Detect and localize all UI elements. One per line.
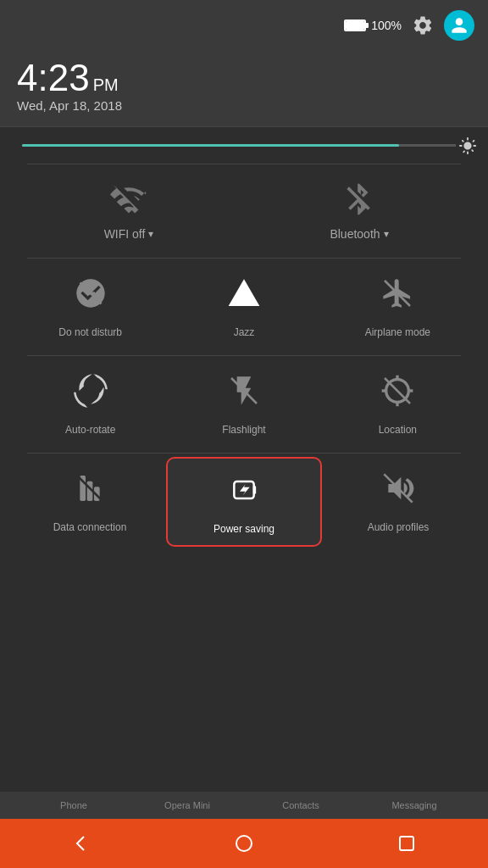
autorotate-icon — [74, 374, 108, 408]
app-bar-phone: Phone — [17, 800, 130, 810]
time-display: 4:23PM — [17, 59, 471, 97]
airplane-icon-area — [376, 272, 419, 314]
data-toggle[interactable]: Data connection — [14, 457, 166, 547]
dnd-label: Do not disturb — [58, 326, 122, 338]
avatar-icon — [448, 14, 470, 36]
jazz-toggle[interactable]: Jazz — [167, 262, 320, 348]
dnd-icon-area — [69, 272, 112, 314]
location-off-icon — [380, 374, 414, 408]
data-connection-icon — [73, 471, 107, 505]
wifi-label-row: WIFI off ▾ — [104, 227, 154, 241]
back-button[interactable] — [64, 826, 98, 860]
app-bar-messaging: Messaging — [358, 800, 471, 810]
app-bar: Phone Opera Mini Contacts Messaging — [0, 792, 488, 819]
wifi-chevron-icon: ▾ — [148, 228, 153, 240]
signal-icon — [227, 276, 261, 310]
settings-gear-button[interactable] — [412, 14, 434, 36]
brightness-thumb — [456, 134, 480, 158]
bt-chevron-icon: ▾ — [384, 228, 389, 240]
divider-1 — [27, 164, 461, 164]
location-icon-area — [376, 370, 419, 412]
recents-button[interactable] — [390, 826, 424, 860]
battery-fill — [346, 21, 364, 30]
bluetooth-off-icon — [341, 181, 378, 218]
power-saving-label: Power saving — [214, 523, 274, 535]
data-label: Data connection — [53, 521, 127, 533]
flashlight-off-icon — [227, 374, 261, 408]
battery-icon — [344, 19, 366, 31]
autorotate-icon-area — [69, 370, 112, 412]
jazz-icon-area — [223, 272, 265, 314]
back-icon — [71, 833, 92, 854]
gear-icon — [412, 14, 434, 36]
airplane-off-icon — [380, 276, 414, 310]
toggle-row-dnd-jazz-airplane: Do not disturb Jazz Airplane mode — [14, 262, 474, 348]
jazz-label: Jazz — [234, 326, 255, 338]
bluetooth-toggle[interactable]: Bluetooth ▾ — [244, 168, 474, 251]
home-button[interactable] — [227, 826, 261, 860]
battery-area: 100% — [344, 19, 402, 32]
audio-toggle[interactable]: Audio profiles — [322, 457, 474, 547]
toggle-row-data-power-audio: Data connection Power saving — [14, 457, 474, 547]
divider-2 — [27, 258, 461, 259]
autorotate-toggle[interactable]: Auto-rotate — [14, 359, 167, 446]
audio-profiles-icon — [381, 471, 415, 505]
svg-rect-13 — [400, 837, 413, 850]
quick-settings-panel: WIFI off ▾ Bluetooth ▾ — [0, 127, 488, 547]
power-saving-icon — [227, 473, 261, 507]
home-icon — [234, 833, 254, 854]
brightness-icon — [458, 136, 477, 155]
flashlight-toggle[interactable]: Flashlight — [167, 359, 320, 446]
brightness-row[interactable] — [14, 127, 474, 160]
location-toggle[interactable]: Location — [321, 359, 474, 446]
svg-rect-10 — [253, 486, 256, 494]
app-bar-opera: Opera Mini — [130, 800, 244, 810]
location-label: Location — [379, 424, 417, 436]
dnd-toggle[interactable]: Do not disturb — [14, 262, 167, 348]
wifi-icon-area — [108, 178, 150, 220]
toggle-row-wifi-bt: WIFI off ▾ Bluetooth ▾ — [14, 168, 474, 251]
power-saving-toggle[interactable]: Power saving — [166, 457, 322, 547]
svg-point-12 — [236, 836, 252, 851]
recents-icon — [396, 833, 417, 854]
divider-4 — [27, 453, 461, 453]
audio-label: Audio profiles — [368, 521, 430, 533]
toggle-row-rotate-flash-location: Auto-rotate Flashlight Location — [14, 359, 474, 446]
bt-icon-area — [338, 178, 380, 220]
flashlight-label: Flashlight — [222, 424, 265, 436]
flashlight-icon-area — [223, 370, 265, 412]
battery-percent: 100% — [371, 19, 402, 32]
data-icon-area — [69, 467, 111, 509]
wifi-label: WIFI off — [104, 227, 146, 241]
power-saving-icon-area — [223, 469, 265, 511]
airplane-toggle[interactable]: Airplane mode — [321, 262, 474, 348]
dnd-icon — [74, 276, 108, 310]
brightness-slider-fill — [22, 144, 399, 147]
time-area: 4:23PM Wed, Apr 18, 2018 — [0, 51, 488, 127]
wifi-toggle[interactable]: WIFI off ▾ — [14, 168, 244, 251]
airplane-label: Airplane mode — [365, 326, 430, 338]
ampm-label: PM — [93, 75, 119, 94]
app-bar-contacts: Contacts — [244, 800, 358, 810]
date-display: Wed, Apr 18, 2018 — [17, 98, 471, 113]
user-avatar[interactable] — [444, 10, 474, 41]
divider-3 — [27, 355, 461, 356]
status-bar: 100% — [0, 0, 488, 51]
time-value: 4:23 — [17, 57, 90, 98]
brightness-slider-track[interactable] — [22, 144, 466, 147]
autorotate-label: Auto-rotate — [65, 424, 115, 436]
wifi-off-icon — [110, 181, 147, 218]
bluetooth-label: Bluetooth — [330, 227, 380, 241]
nav-bar — [0, 819, 488, 868]
bt-label-row: Bluetooth ▾ — [330, 227, 388, 241]
audio-icon-area — [377, 467, 419, 509]
